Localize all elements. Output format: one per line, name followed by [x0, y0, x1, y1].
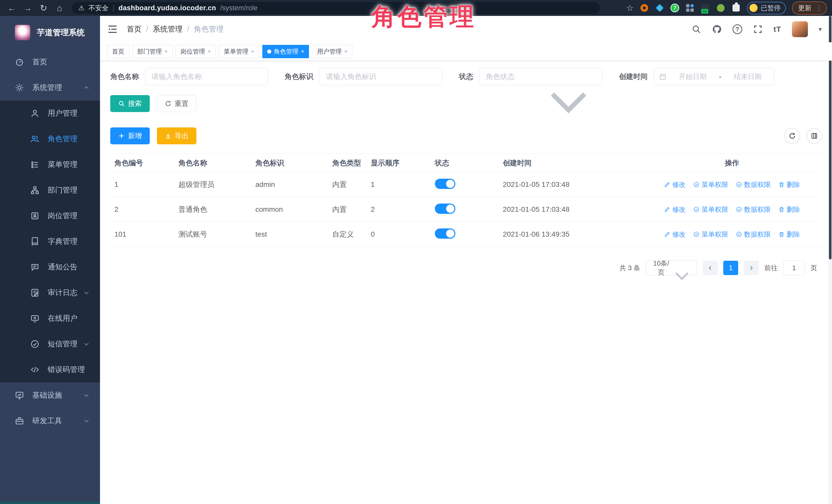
security-label[interactable]: 不安全 — [88, 4, 108, 12]
users-group-icon — [30, 134, 40, 143]
column-settings-button[interactable] — [807, 128, 822, 143]
search-icon[interactable] — [692, 24, 701, 34]
data-permission-link[interactable]: 数据权限 — [736, 180, 771, 189]
forward-icon[interactable]: → — [21, 0, 34, 16]
app-logo-row[interactable]: 芋道管理系统 — [0, 16, 100, 49]
search-icon — [118, 100, 125, 107]
menu-permission-link[interactable]: 菜单权限 — [693, 180, 728, 189]
page-scrollbar[interactable] — [828, 16, 832, 504]
extension-sprout-icon[interactable] — [716, 3, 725, 12]
extension-gem-icon[interactable] — [655, 3, 664, 12]
close-icon[interactable]: × — [164, 48, 168, 55]
page-number-button[interactable]: 1 — [723, 261, 738, 275]
sidebar-item-home[interactable]: 首页 — [0, 49, 100, 75]
refresh-icon — [789, 132, 796, 139]
data-permission-link[interactable]: 数据权限 — [736, 230, 771, 239]
menu-permission-link[interactable]: 菜单权限 — [693, 230, 728, 239]
tab-users[interactable]: 用户管理× — [312, 45, 352, 58]
role-key-input[interactable] — [319, 68, 443, 85]
avatar-caret-icon[interactable]: ▾ — [819, 26, 822, 33]
delete-link[interactable]: 删除 — [778, 180, 800, 189]
data-permission-link[interactable]: 数据权限 — [736, 205, 771, 214]
page-content: 角色名称 角色标识 状态 角色状态 创建时间 开始日期 - — [100, 61, 832, 275]
github-icon[interactable] — [712, 24, 722, 34]
role-name-input[interactable] — [145, 68, 268, 85]
help-icon[interactable]: ? — [732, 24, 742, 34]
extension-switch-icon[interactable]: on — [701, 3, 710, 12]
sidebar-item-online-users[interactable]: 在线用户 — [0, 306, 100, 331]
sidebar-item-posts[interactable]: 岗位管理 — [0, 203, 100, 229]
col-status: 状态 — [431, 158, 499, 168]
update-label: 更新 — [798, 4, 811, 12]
sidebar-item-roles[interactable]: 角色管理 — [0, 126, 100, 152]
date-range-picker[interactable]: 开始日期 - 结束日期 — [654, 68, 774, 85]
next-page-button[interactable] — [744, 261, 759, 275]
extension-grid-icon[interactable] — [685, 3, 695, 12]
close-icon[interactable]: × — [251, 48, 254, 55]
search-actions-row: 搜索 重置 — [110, 95, 822, 112]
sidebar-item-sms[interactable]: 短信管理 — [0, 331, 100, 357]
status-toggle[interactable] — [435, 179, 456, 189]
fullscreen-icon[interactable] — [753, 24, 763, 34]
date-start-placeholder[interactable]: 开始日期 — [672, 72, 714, 81]
cell-role-id: 1 — [110, 181, 174, 189]
browser-update-button[interactable]: 更新 ⋮ — [792, 2, 827, 15]
tab-posts[interactable]: 岗位管理× — [176, 45, 216, 58]
prev-page-button[interactable] — [703, 261, 718, 275]
delete-link[interactable]: 删除 — [778, 230, 800, 239]
tab-home[interactable]: 首页 — [107, 45, 129, 58]
extension-seven-icon[interactable]: 7 — [671, 4, 679, 12]
home-icon[interactable]: ⌂ — [53, 0, 66, 16]
browser-menu-icon[interactable]: ⋮ — [815, 4, 822, 12]
chevron-left-icon — [707, 265, 713, 271]
bookmark-star-icon[interactable]: ☆ — [626, 3, 633, 13]
cell-sort: 2 — [367, 205, 431, 214]
sidebar-item-system[interactable]: 系统管理 — [0, 75, 100, 101]
paused-label: 已暂停 — [761, 4, 781, 12]
breadcrumb-system[interactable]: 系统管理 — [153, 24, 183, 34]
sidebar-item-audit-log[interactable]: 审计日志 — [0, 280, 100, 306]
user-avatar[interactable] — [792, 21, 808, 37]
url-bar[interactable]: ⚠ 不安全 | dashboard.yudao.iocoder.cn /syst… — [72, 2, 600, 14]
search-button[interactable]: 搜索 — [110, 95, 150, 112]
menu-permission-link[interactable]: 菜单权限 — [693, 205, 728, 214]
close-icon[interactable]: × — [301, 48, 304, 55]
date-end-placeholder[interactable]: 结束日期 — [727, 72, 769, 81]
sidebar-item-notices[interactable]: 通知公告 — [0, 254, 100, 280]
delete-link[interactable]: 删除 — [778, 205, 800, 214]
close-icon[interactable]: × — [208, 48, 211, 55]
tab-roles[interactable]: 角色管理× — [262, 45, 309, 58]
sidebar-item-error-codes[interactable]: 错误码管理 — [0, 357, 100, 382]
export-button[interactable]: 导出 — [157, 127, 197, 144]
col-role-name: 角色名称 — [174, 158, 251, 168]
sidebar-item-dev-tools[interactable]: 研发工具 — [0, 408, 100, 434]
edit-link[interactable]: 修改 — [664, 180, 685, 189]
status-toggle[interactable] — [435, 229, 456, 239]
add-button[interactable]: 新增 — [110, 127, 150, 144]
status-toggle[interactable] — [435, 204, 456, 214]
edit-link[interactable]: 修改 — [664, 205, 685, 214]
extension-orange-icon[interactable] — [640, 3, 649, 12]
close-icon[interactable]: × — [344, 48, 347, 55]
tab-departments[interactable]: 部门管理× — [132, 45, 173, 58]
profile-paused-chip[interactable]: 已暂停 — [747, 2, 786, 15]
edit-link[interactable]: 修改 — [664, 230, 685, 239]
back-icon[interactable]: ← — [5, 0, 19, 16]
status-select[interactable]: 角色状态 — [479, 68, 602, 85]
page-size-select[interactable]: 10条/页 — [646, 260, 697, 275]
font-size-icon[interactable]: tT — [774, 25, 781, 33]
reload-icon[interactable]: ↻ — [37, 0, 50, 16]
goto-page-input[interactable] — [783, 261, 805, 275]
sidebar-item-dict[interactable]: 字典管理 — [0, 229, 100, 254]
org-tree-icon — [30, 186, 40, 195]
reset-button[interactable]: 重置 — [157, 95, 197, 112]
hamburger-icon[interactable] — [107, 24, 118, 35]
extensions-puzzle-icon[interactable] — [731, 3, 741, 12]
tab-menus[interactable]: 菜单管理× — [219, 45, 259, 58]
breadcrumb-home[interactable]: 首页 — [127, 24, 141, 34]
sidebar-item-menus[interactable]: 菜单管理 — [0, 152, 100, 178]
refresh-table-button[interactable] — [785, 128, 800, 143]
sidebar-item-users[interactable]: 用户管理 — [0, 101, 100, 126]
sidebar-item-infrastructure[interactable]: 基础设施 — [0, 382, 100, 408]
sidebar-item-departments[interactable]: 部门管理 — [0, 178, 100, 203]
